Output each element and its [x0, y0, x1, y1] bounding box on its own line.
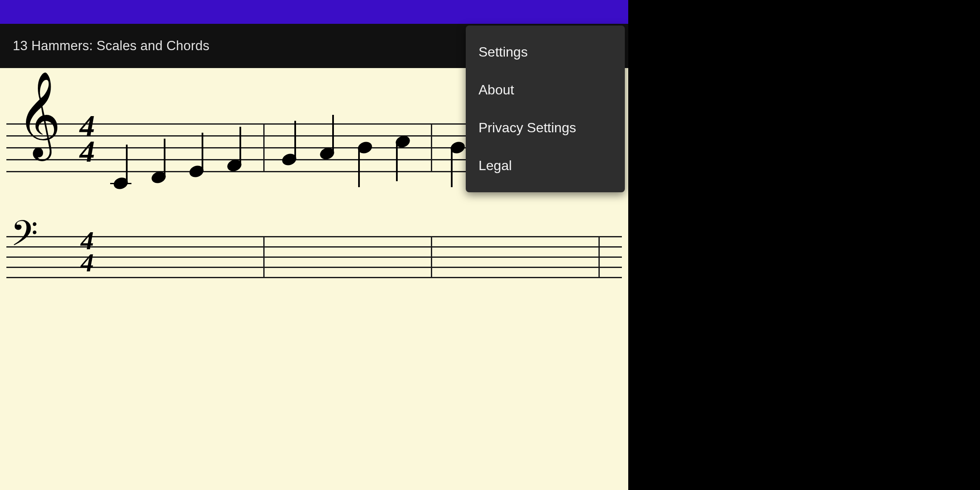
- barline: [431, 123, 432, 172]
- menu-item-about[interactable]: About: [466, 71, 625, 109]
- note-stem: [164, 139, 165, 178]
- app-viewport: 13 Hammers: Scales and Chords 𝄞 4 4: [0, 0, 628, 490]
- barline: [431, 236, 432, 278]
- note-stem: [396, 142, 398, 181]
- bass-clef-icon: 𝄢: [11, 217, 38, 259]
- status-bar: [0, 0, 628, 24]
- barline: [263, 236, 265, 278]
- overflow-menu: Settings About Privacy Settings Legal: [466, 26, 625, 192]
- note-stem: [332, 115, 334, 154]
- note-stem: [358, 148, 360, 187]
- note-stem: [239, 127, 241, 166]
- barline: [263, 123, 265, 172]
- note-stem: [451, 148, 453, 187]
- note-stem: [126, 145, 128, 184]
- barline: [598, 236, 600, 278]
- menu-item-settings[interactable]: Settings: [466, 33, 625, 71]
- timesig-bottom: 4: [74, 139, 100, 164]
- time-signature: 4 4: [74, 113, 100, 164]
- time-signature: 4 4: [74, 229, 100, 273]
- staff-line: [6, 277, 622, 278]
- timesig-bottom: 4: [74, 251, 100, 273]
- treble-clef-icon: 𝄞: [17, 77, 61, 152]
- note-stem: [202, 133, 203, 172]
- note-stem: [294, 121, 296, 160]
- app-title: 13 Hammers: Scales and Chords: [13, 38, 209, 54]
- menu-item-legal[interactable]: Legal: [466, 147, 625, 185]
- menu-item-privacy-settings[interactable]: Privacy Settings: [466, 109, 625, 147]
